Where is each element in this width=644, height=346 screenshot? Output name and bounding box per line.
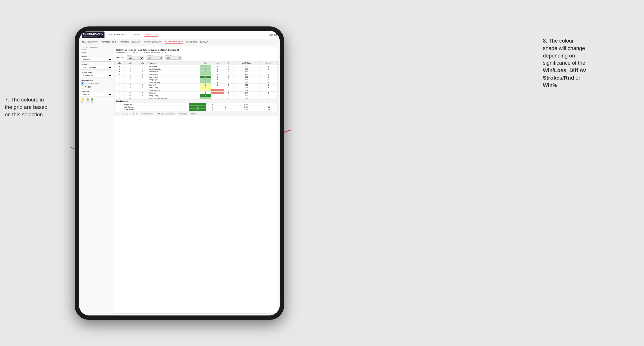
legend-down-dot: [82, 98, 84, 101]
cell-rounds: 4: [259, 76, 277, 78]
opponents-played-option[interactable]: Opponents Played: [81, 82, 112, 85]
sub-nav-player-h2h-grid[interactable]: PLAYER H2H GRID: [166, 40, 182, 43]
toolbar-sep-1: [133, 113, 134, 115]
legend-level: Level: [86, 98, 89, 103]
h2h-table: #Div #Reg #Conf Opponent Win Loss Tie Di…: [114, 61, 278, 100]
toolbar-undo[interactable]: ↩: [116, 113, 118, 115]
toolbar-save-custom[interactable]: 💾 Save Custom View: [158, 113, 175, 115]
cell-tie: 0: [224, 84, 233, 86]
cell-div: 13: [114, 81, 125, 84]
player-rank-section: Player (Rank) 8. Katelyn Vo: [81, 71, 112, 77]
cell-tie: 0: [224, 81, 233, 84]
col-diff: Diff AvStrokes/Rnd: [233, 61, 259, 65]
sub-nav-player-h2h-heatmap[interactable]: PLAYER H2H HEATMAP: [186, 41, 208, 43]
cell-rounds: 6: [259, 97, 277, 100]
grid-header: Katelyn Vo Head-to-Head Grid for Women's…: [114, 47, 278, 61]
toolbar-view-original[interactable]: 👁 View: Original: [141, 113, 154, 115]
cell-conf: 5: [136, 86, 148, 89]
opponent-select[interactable]: (All): [166, 56, 182, 60]
legend: Down Level Up: [81, 98, 112, 103]
cell-div: 14: [114, 84, 125, 86]
nav-items: TOURNAMENTS TEAMS COMMITTEE: [108, 33, 269, 36]
cell-win: 1: [200, 70, 211, 73]
cell-conf: 1: [136, 65, 148, 68]
cell-conf: 7: [136, 97, 148, 100]
cell-conf: 3: [136, 76, 148, 78]
nav-tournaments[interactable]: TOURNAMENTS: [108, 33, 126, 36]
cell-win: 1: [189, 103, 206, 106]
opponent-view-section: Opponent view Opponents Played Top 100: [81, 79, 112, 88]
cell-tie: 0: [224, 94, 233, 97]
cell-conf: 3: [136, 70, 148, 73]
sub-nav-team-summary[interactable]: TEAM SUMMARY: [82, 41, 98, 43]
sub-nav-team-h2h-heatmap[interactable]: TEAM H2H HEATMAP: [120, 41, 140, 43]
cell-diff: 0.30: [233, 94, 259, 97]
cell-tie: 0: [219, 103, 232, 106]
opponents-filter-label: Opponents:: [116, 56, 124, 58]
cell-reg: 7: [124, 84, 136, 86]
toolbar-watch[interactable]: 👁 Watch ▾: [179, 113, 187, 115]
cell-reg: 1: [124, 73, 136, 76]
cell-rounds: 9: [259, 84, 277, 86]
sub-nav-player-summary[interactable]: PLAYER SUMMARY: [144, 41, 162, 43]
sub-nav-team-h2h-grid[interactable]: TEAM H2H GRID: [101, 41, 116, 43]
cell-win: 1: [200, 89, 211, 92]
cell-empty: [114, 103, 123, 106]
sign-out[interactable]: Sign out: [269, 34, 277, 36]
nav-teams[interactable]: TEAMS: [131, 33, 140, 36]
cell-empty: [114, 106, 123, 108]
cell-loss: 0: [211, 76, 224, 78]
table-row: 19 10 6 Emily Chang 4 1 0 0.30 11: [114, 94, 278, 97]
toolbar-copy[interactable]: ⬚: [126, 113, 128, 115]
col-tie: Tie: [224, 61, 233, 65]
cell-diff: 0.38: [233, 84, 259, 86]
toolbar-refresh[interactable]: ⟳: [123, 113, 124, 115]
col-reg: #Reg: [124, 61, 136, 65]
cell-tie: 0: [224, 92, 233, 94]
legend-up-dot: [91, 98, 94, 101]
cell-win: 1: [200, 68, 211, 70]
cell-div: 16: [114, 89, 125, 92]
region-select[interactable]: (All): [127, 56, 144, 60]
toolbar-sep-5: [189, 113, 189, 115]
toolbar-cut[interactable]: ✂: [130, 113, 132, 115]
gender-select[interactable]: Women's: [81, 58, 112, 62]
cell-rounds: [259, 89, 277, 92]
cell-tie: 0: [224, 70, 233, 73]
nav-committee[interactable]: COMMITTEE: [144, 33, 158, 36]
cell-rounds: 11: [259, 94, 277, 97]
toolbar-share[interactable]: Share: [191, 113, 196, 115]
grid-panel: Katelyn Vo Head-to-Head Grid for Women's…: [114, 47, 278, 314]
top-100-option[interactable]: Top 100: [81, 85, 112, 88]
cell-opponent: Jessica Mason: [148, 89, 200, 92]
table-row: 18 3 2 Euna Lee 0 1 0 -5.00 2: [114, 92, 278, 94]
table-row: 5 2 2 Alexis Sudjianto 1 0 0 4.00 3: [114, 68, 278, 70]
cell-conf: 1: [136, 89, 148, 92]
cell-reg: 1: [124, 81, 136, 84]
cell-opponent: NAIA Division 1: [123, 106, 189, 108]
opponent-view-label: Opponent view: [81, 79, 112, 81]
overall-record: Overall Record: 353 - 34 - 6: [116, 52, 137, 53]
cell-tie: 0: [224, 97, 233, 100]
out-div-table-row: Foreign Team 1 0 0 4.500 2: [114, 103, 278, 106]
legend-level-dot: [87, 98, 89, 101]
cell-tie: 1: [224, 65, 233, 68]
cell-diff: 3.33: [233, 78, 259, 81]
cell-conf: 4: [136, 84, 148, 86]
cell-reg: 2: [124, 89, 136, 92]
player-label: Player: [81, 52, 112, 54]
cell-diff: 1.25: [233, 86, 259, 89]
table-row: 9 1 4 Sharon Mun 1 0 0 3.67 3: [114, 73, 278, 76]
toolbar-sep-3: [156, 113, 156, 115]
toolbar-timer[interactable]: ⏱: [136, 113, 137, 115]
cell-win: 1: [200, 86, 211, 89]
toolbar-redo[interactable]: ↪: [120, 113, 121, 115]
conference-select[interactable]: (All): [146, 56, 163, 60]
cell-tie: 0: [224, 89, 233, 92]
division-select[interactable]: NCAA Division III: [81, 66, 112, 69]
player-rank-select[interactable]: 8. Katelyn Vo: [81, 74, 112, 77]
cell-rounds: 2: [260, 103, 278, 106]
colour-by-select[interactable]: Win/loss: [81, 93, 112, 96]
cell-loss: 0: [206, 108, 219, 111]
cell-div: 15: [114, 86, 125, 89]
